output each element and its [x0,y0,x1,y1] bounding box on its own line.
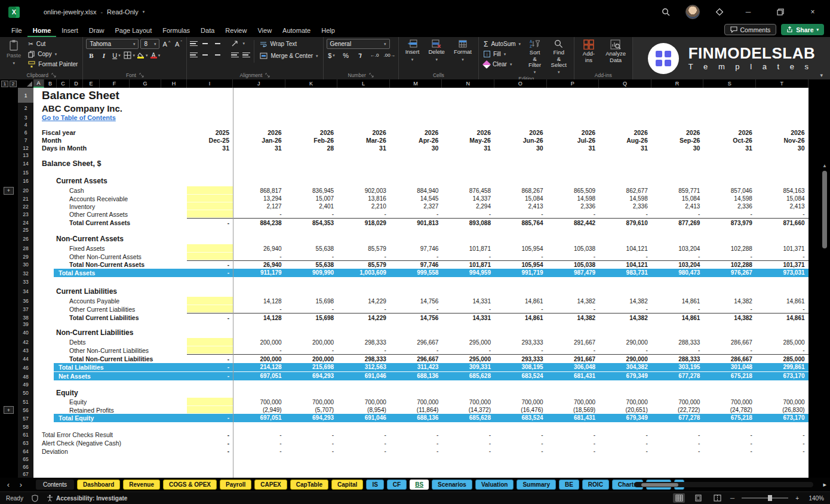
cell[interactable]: 293,333 [494,338,547,346]
currency-button[interactable]: $▾ [327,50,337,60]
cell[interactable]: 301,048 [703,363,756,371]
cell[interactable]: (16,476) [494,406,547,414]
cell[interactable]: 14,598 [599,195,651,202]
row-header[interactable]: 49 [18,381,33,388]
cell[interactable]: 983,731 [599,269,651,277]
cell[interactable]: 288,333 [651,338,704,346]
row-header[interactable]: 3 [18,113,33,121]
cut-button[interactable]: ✂Cut [26,39,79,49]
shield-icon[interactable] [32,494,38,502]
cell[interactable]: 101,371 [756,261,809,269]
cell[interactable]: - [390,431,442,439]
cell[interactable]: 2,413 [494,202,547,210]
sheet-tab-payroll[interactable]: Payroll [220,480,251,490]
decrease-decimal-button[interactable]: .00→ [384,50,395,60]
cell[interactable]: 14,598 [703,195,756,202]
menu-item-insert[interactable]: Insert [56,26,84,37]
cell[interactable]: 976,267 [703,269,756,277]
cell[interactable]: 14,229 [337,297,390,305]
cell[interactable]: 694,293 [285,372,338,380]
collapse-ribbon-icon[interactable]: ▾ [820,72,823,78]
sheet-tab-be[interactable]: BE [559,480,579,490]
input-cell[interactable] [187,305,233,313]
cell[interactable]: 14,382 [599,297,651,305]
input-cell[interactable] [187,338,233,346]
cell[interactable]: 2,327 [390,202,442,210]
cell[interactable]: - [390,439,442,447]
cell[interactable]: 295,000 [442,338,494,346]
cell[interactable]: 683,524 [494,372,547,380]
font-color-button[interactable]: A▾ [150,50,160,60]
cell[interactable]: 97,746 [390,261,442,269]
cell[interactable]: - [756,210,809,218]
cell[interactable]: Oct-26 [703,136,756,144]
cell[interactable]: 103,204 [651,261,704,269]
cell[interactable]: 893,088 [442,219,494,227]
cell[interactable]: - [390,346,442,354]
cell[interactable]: 675,218 [703,414,756,422]
menu-item-view[interactable]: View [252,26,277,37]
cell[interactable]: 298,333 [337,355,390,363]
menu-item-file[interactable]: File [6,26,27,37]
cell[interactable]: 295,000 [442,355,494,363]
cell[interactable]: 688,136 [390,414,442,422]
row-header[interactable]: 56 [18,406,33,414]
cell[interactable]: 700,000 [390,398,442,406]
cell[interactable]: - [187,414,233,422]
cell[interactable]: 2026 [233,128,285,136]
cell[interactable]: 15,698 [285,314,338,322]
cell[interactable]: 868,817 [233,186,285,195]
cell[interactable]: (2,949) [233,406,285,414]
row-header[interactable]: 65 [18,455,33,463]
cell[interactable]: 857,046 [703,186,756,195]
cell[interactable]: 14,229 [337,314,390,322]
cell[interactable]: 679,349 [599,372,651,380]
cell[interactable]: 14,756 [390,314,442,322]
cell[interactable]: 200,000 [285,338,338,346]
row-header[interactable]: 12 [18,144,33,152]
cell[interactable]: 14,598 [547,195,600,202]
cell[interactable]: 14,382 [703,297,756,305]
cell[interactable]: 2026 [651,128,704,136]
row-header[interactable]: 44 [18,354,33,363]
cell[interactable]: - [187,431,233,439]
input-cell[interactable] [187,202,233,210]
cell[interactable]: 311,423 [390,363,442,371]
row-header[interactable]: 25 [18,227,33,233]
row-header[interactable]: 36 [18,297,33,305]
cell[interactable]: - [494,431,547,439]
cell[interactable]: - [599,346,651,354]
cell[interactable]: 15,007 [285,195,338,202]
cell[interactable]: - [442,346,494,354]
bold-button[interactable]: B [86,50,96,60]
cell[interactable]: 105,954 [494,261,547,269]
cell[interactable]: Apr-26 [390,136,442,144]
cell[interactable]: - [337,439,390,447]
cell[interactable]: 101,871 [442,244,494,253]
cell[interactable]: 97,746 [390,244,442,253]
cell[interactable]: - [651,253,704,260]
cell[interactable]: Dec-25 [187,136,233,144]
cell[interactable]: - [337,346,390,354]
paste-button[interactable]: Paste▾ [3,39,24,67]
row-header[interactable]: 39 [18,322,33,327]
cell[interactable]: 26,940 [233,244,285,253]
column-header-L[interactable]: L [337,79,390,88]
outline-expand-button[interactable]: + [4,187,14,195]
row-header[interactable]: 20 [18,186,33,195]
cell[interactable]: 980,473 [651,269,704,277]
cell[interactable]: - [703,210,756,218]
cell[interactable]: 14,861 [651,297,704,305]
column-header-E[interactable]: E [83,79,100,88]
cell[interactable]: - [494,253,547,260]
cell[interactable]: - [337,431,390,439]
cell[interactable]: 14,382 [547,314,600,322]
cell[interactable]: 14,128 [233,314,285,322]
cell[interactable]: (18,569) [547,406,600,414]
cell[interactable]: (26,830) [756,406,809,414]
cell[interactable]: 2,336 [599,202,651,210]
cell[interactable]: 691,046 [337,414,390,422]
cell[interactable]: 700,000 [233,398,285,406]
cell[interactable]: 102,288 [703,261,756,269]
cell[interactable]: 104,121 [599,244,651,253]
